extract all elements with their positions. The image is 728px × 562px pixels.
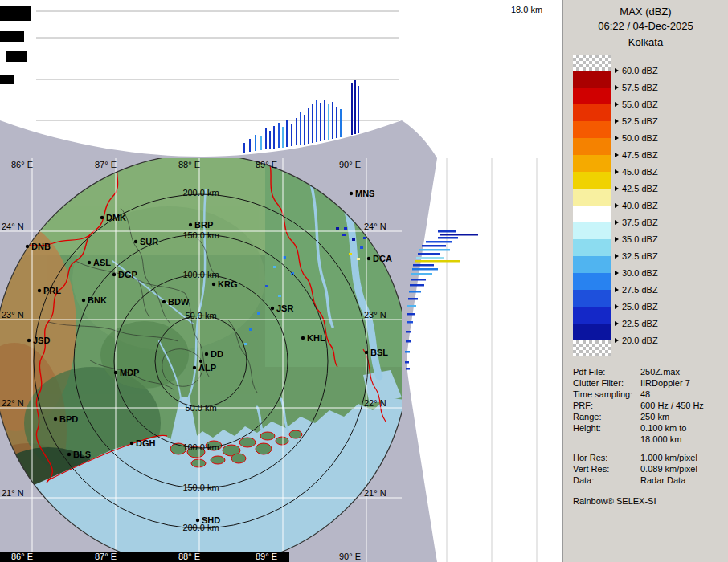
longitude-label: 90° E (339, 552, 361, 561)
map-bottom-bar (0, 552, 289, 562)
echo-cell (244, 343, 247, 345)
scale-tick-text: 42.5 dBZ (622, 184, 658, 193)
scale-tick-text: 32.5 dBZ (622, 251, 658, 261)
city-dot (27, 339, 31, 342)
color-swatch (573, 104, 611, 121)
range-ring-label: 150.0 km (182, 483, 219, 492)
info-row: Time sampling:48 (573, 389, 726, 400)
scale-tick-text: 20.0 dBZ (622, 336, 658, 345)
scale-tick-label: 55.0 dBZ (615, 99, 658, 110)
echo-bar (316, 100, 317, 142)
info-label: Height: (573, 422, 640, 434)
city-label: JSR (276, 303, 293, 313)
city-label: ASL (93, 258, 111, 267)
color-swatch (573, 239, 611, 256)
echo-bar (412, 268, 438, 271)
echo-bar (291, 124, 292, 146)
city-dot (130, 442, 133, 445)
latitude-label: 24° N (364, 222, 386, 231)
city-dot (205, 352, 208, 356)
scale-tick-arrow-icon (615, 237, 619, 242)
info-row: Height:0.100 km to (573, 422, 726, 434)
city-label: DD (211, 349, 223, 359)
scale-tick-label: 50.0 dBZ (615, 132, 658, 144)
product-datetime: 06:22 / 04-Dec-2025 (563, 19, 728, 34)
range-ring-label: 100.0 km (182, 270, 219, 279)
radar-application-window: 18.0 km 0.1 km (0, 0, 728, 562)
scale-tick-label: 32.5 dBZ (615, 250, 658, 262)
city-dot (88, 261, 91, 264)
latitude-label: 22° N (2, 398, 24, 408)
echo-bar (405, 361, 409, 364)
color-swatch (573, 71, 611, 88)
color-swatch (573, 206, 611, 222)
info-row: PRF:600 Hz / 450 Hz (573, 400, 726, 411)
scale-tick-label: 27.5 dBZ (615, 284, 658, 295)
scale-tick-arrow-icon (615, 102, 619, 107)
echo-cell (352, 238, 355, 241)
echo-bar (354, 80, 356, 134)
echo-bar (340, 109, 342, 137)
longitude-label: 88° E (178, 552, 200, 561)
scale-tick-label: 35.0 dBZ (615, 234, 658, 245)
echo-bar (273, 126, 275, 149)
scale-tick-text: 47.5 dBZ (622, 150, 658, 160)
right-profile-background (402, 0, 562, 562)
city-label: KHL (307, 333, 325, 343)
scale-tick-arrow-icon (615, 85, 619, 90)
city-dot (350, 192, 353, 195)
scale-tick-label: 52.5 dBZ (615, 116, 658, 127)
latitude-label: 23° N (364, 310, 386, 320)
info-row: Vert Res:0.089 km/pixel (573, 463, 726, 474)
echo-bar (406, 368, 410, 370)
echo-bar (324, 100, 325, 140)
scale-tick-label: 37.5 dBZ (615, 217, 658, 228)
scale-tick-label: 30.0 dBZ (615, 267, 658, 279)
echo-bar (255, 135, 256, 151)
product-title: MAX (dBZ) (563, 0, 728, 19)
right-height-profile-panel: 18.0 km 0.1 km (402, 0, 562, 562)
radar-map-panel: 200.0 km150.0 km100.0 km50.0 km50.0 km10… (0, 158, 402, 562)
city-label: BLS (73, 450, 91, 459)
color-swatch (573, 222, 611, 239)
echo-cell (342, 234, 346, 236)
city-label: DGP (118, 270, 137, 279)
echo-cell (336, 227, 339, 230)
city-label: PRL (43, 286, 61, 295)
echo-cell (357, 258, 360, 260)
info-value: 48 (640, 389, 650, 400)
info-value: 18.000 km (640, 434, 681, 445)
echo-bar (438, 237, 458, 239)
range-ring-label: 200.0 km (182, 188, 219, 198)
scale-tick-arrow-icon (615, 287, 619, 292)
info-value: 600 Hz / 450 Hz (640, 400, 704, 411)
scale-tick-arrow-icon (615, 304, 619, 309)
city-label: BNK (88, 295, 107, 305)
scale-tick-text: 27.5 dBZ (622, 285, 658, 295)
info-label (573, 434, 640, 445)
longitude-label: 89° E (256, 160, 277, 169)
latitude-label: 22° N (364, 398, 386, 408)
info-label: Time sampling: (573, 389, 640, 400)
echo-bar (304, 115, 305, 145)
echo-cell (349, 253, 352, 255)
info-row: Pdf File:250Z.max (573, 366, 726, 377)
echo-bar (440, 234, 478, 236)
city-dot (189, 223, 192, 226)
city-label: DCA (373, 254, 392, 263)
longitude-label: 90° E (339, 160, 361, 169)
echo-bar (320, 103, 321, 141)
top-height-axis-label: 18.0 km (511, 5, 542, 14)
echo-cell (360, 246, 363, 249)
latitude-label: 23° N (2, 310, 24, 320)
transparency-checker-bottom (573, 340, 611, 356)
scale-tick-label: 22.5 dBZ (615, 318, 658, 329)
scale-tick-text: 52.5 dBZ (622, 116, 658, 126)
city-label: JSD (33, 336, 50, 345)
echo-cell (278, 295, 281, 297)
info-label: Pdf File: (573, 366, 640, 377)
scale-tick-arrow-icon (615, 203, 619, 208)
range-ring-label: 100.0 km (182, 442, 219, 452)
scale-tick-text: 45.0 dBZ (622, 167, 658, 177)
echo-bar (286, 120, 288, 147)
